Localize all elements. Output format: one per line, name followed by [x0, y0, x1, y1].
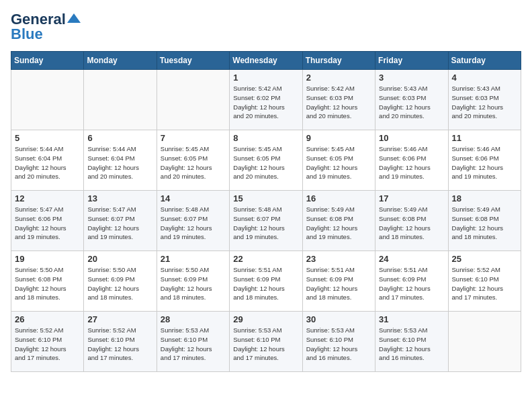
day-number: 4: [452, 73, 517, 83]
day-info: Sunrise: 5:43 AMSunset: 6:03 PMDaylight:…: [379, 84, 444, 121]
calendar-week-3: 12Sunrise: 5:47 AMSunset: 6:06 PMDayligh…: [11, 191, 521, 251]
day-info: Sunrise: 5:49 AMSunset: 6:08 PMDaylight:…: [379, 205, 444, 242]
calendar-cell: 1Sunrise: 5:42 AMSunset: 6:02 PMDaylight…: [230, 70, 302, 130]
calendar-cell: 26Sunrise: 5:52 AMSunset: 6:10 PMDayligh…: [11, 312, 84, 372]
day-info: Sunrise: 5:51 AMSunset: 6:09 PMDaylight:…: [306, 265, 371, 302]
calendar-cell: 15Sunrise: 5:48 AMSunset: 6:07 PMDayligh…: [230, 191, 302, 251]
calendar-cell: 5Sunrise: 5:44 AMSunset: 6:04 PMDaylight…: [11, 130, 84, 191]
day-number: 10: [379, 133, 444, 143]
calendar-cell: 9Sunrise: 5:45 AMSunset: 6:05 PMDaylight…: [302, 130, 375, 191]
day-info: Sunrise: 5:47 AMSunset: 6:06 PMDaylight:…: [15, 205, 80, 242]
calendar-cell: [448, 312, 521, 372]
day-number: 22: [233, 254, 298, 264]
day-info: Sunrise: 5:44 AMSunset: 6:04 PMDaylight:…: [15, 144, 80, 181]
calendar-cell: 8Sunrise: 5:45 AMSunset: 6:05 PMDaylight…: [230, 130, 302, 191]
calendar-week-1: 1Sunrise: 5:42 AMSunset: 6:02 PMDaylight…: [11, 70, 521, 130]
page-header: General Blue: [11, 11, 521, 43]
day-info: Sunrise: 5:52 AMSunset: 6:10 PMDaylight:…: [452, 265, 517, 302]
calendar-cell: 2Sunrise: 5:42 AMSunset: 6:03 PMDaylight…: [302, 70, 375, 130]
day-number: 17: [379, 193, 444, 203]
calendar-cell: [84, 70, 157, 130]
day-info: Sunrise: 5:47 AMSunset: 6:07 PMDaylight:…: [87, 205, 152, 242]
day-number: 26: [15, 314, 80, 324]
weekday-header-friday: Friday: [375, 52, 448, 70]
calendar-cell: 20Sunrise: 5:50 AMSunset: 6:09 PMDayligh…: [84, 251, 157, 312]
day-number: 19: [15, 254, 80, 264]
weekday-header-monday: Monday: [84, 52, 157, 70]
day-info: Sunrise: 5:51 AMSunset: 6:09 PMDaylight:…: [233, 265, 298, 302]
day-number: 3: [379, 73, 444, 83]
weekday-header-wednesday: Wednesday: [230, 52, 302, 70]
day-info: Sunrise: 5:46 AMSunset: 6:06 PMDaylight:…: [452, 144, 517, 181]
calendar-cell: 22Sunrise: 5:51 AMSunset: 6:09 PMDayligh…: [230, 251, 302, 312]
calendar-header-row: SundayMondayTuesdayWednesdayThursdayFrid…: [11, 52, 521, 70]
calendar-cell: 12Sunrise: 5:47 AMSunset: 6:06 PMDayligh…: [11, 191, 84, 251]
day-info: Sunrise: 5:43 AMSunset: 6:03 PMDaylight:…: [452, 84, 517, 121]
calendar-cell: 28Sunrise: 5:53 AMSunset: 6:10 PMDayligh…: [157, 312, 229, 372]
calendar-cell: 29Sunrise: 5:53 AMSunset: 6:10 PMDayligh…: [230, 312, 302, 372]
day-number: 8: [233, 133, 298, 143]
calendar-cell: 30Sunrise: 5:53 AMSunset: 6:10 PMDayligh…: [302, 312, 375, 372]
calendar-table: SundayMondayTuesdayWednesdayThursdayFrid…: [11, 51, 521, 372]
calendar-cell: [11, 70, 84, 130]
calendar-cell: 18Sunrise: 5:49 AMSunset: 6:08 PMDayligh…: [448, 191, 521, 251]
logo-blue: Blue: [11, 26, 43, 43]
day-number: 23: [306, 254, 371, 264]
calendar-cell: 17Sunrise: 5:49 AMSunset: 6:08 PMDayligh…: [375, 191, 448, 251]
day-info: Sunrise: 5:42 AMSunset: 6:02 PMDaylight:…: [233, 84, 298, 121]
day-number: 12: [15, 193, 80, 203]
day-info: Sunrise: 5:45 AMSunset: 6:05 PMDaylight:…: [306, 144, 371, 181]
calendar-week-4: 19Sunrise: 5:50 AMSunset: 6:08 PMDayligh…: [11, 251, 521, 312]
weekday-header-sunday: Sunday: [11, 52, 84, 70]
day-info: Sunrise: 5:53 AMSunset: 6:10 PMDaylight:…: [306, 326, 371, 363]
weekday-header-tuesday: Tuesday: [157, 52, 229, 70]
day-info: Sunrise: 5:53 AMSunset: 6:10 PMDaylight:…: [379, 326, 444, 363]
day-number: 30: [306, 314, 371, 324]
logo: General Blue: [11, 11, 81, 43]
day-info: Sunrise: 5:45 AMSunset: 6:05 PMDaylight:…: [161, 144, 226, 181]
calendar-cell: 14Sunrise: 5:48 AMSunset: 6:07 PMDayligh…: [157, 191, 229, 251]
calendar-cell: 23Sunrise: 5:51 AMSunset: 6:09 PMDayligh…: [302, 251, 375, 312]
day-info: Sunrise: 5:46 AMSunset: 6:06 PMDaylight:…: [379, 144, 444, 181]
calendar-cell: 3Sunrise: 5:43 AMSunset: 6:03 PMDaylight…: [375, 70, 448, 130]
day-number: 14: [161, 193, 226, 203]
calendar-body: 1Sunrise: 5:42 AMSunset: 6:02 PMDaylight…: [11, 70, 521, 372]
day-number: 5: [15, 133, 80, 143]
day-number: 24: [379, 254, 444, 264]
day-number: 2: [306, 73, 371, 83]
day-number: 16: [306, 193, 371, 203]
calendar-week-2: 5Sunrise: 5:44 AMSunset: 6:04 PMDaylight…: [11, 130, 521, 191]
calendar-cell: 6Sunrise: 5:44 AMSunset: 6:04 PMDaylight…: [84, 130, 157, 191]
day-info: Sunrise: 5:52 AMSunset: 6:10 PMDaylight:…: [87, 326, 152, 363]
day-info: Sunrise: 5:50 AMSunset: 6:09 PMDaylight:…: [87, 265, 152, 302]
day-number: 29: [233, 314, 298, 324]
day-info: Sunrise: 5:48 AMSunset: 6:07 PMDaylight:…: [233, 205, 298, 242]
day-number: 9: [306, 133, 371, 143]
day-info: Sunrise: 5:42 AMSunset: 6:03 PMDaylight:…: [306, 84, 371, 121]
day-info: Sunrise: 5:45 AMSunset: 6:05 PMDaylight:…: [233, 144, 298, 181]
calendar-cell: 13Sunrise: 5:47 AMSunset: 6:07 PMDayligh…: [84, 191, 157, 251]
day-number: 21: [161, 254, 226, 264]
day-number: 31: [379, 314, 444, 324]
calendar-week-5: 26Sunrise: 5:52 AMSunset: 6:10 PMDayligh…: [11, 312, 521, 372]
svg-marker-0: [67, 13, 81, 23]
calendar-cell: 16Sunrise: 5:49 AMSunset: 6:08 PMDayligh…: [302, 191, 375, 251]
day-info: Sunrise: 5:48 AMSunset: 6:07 PMDaylight:…: [161, 205, 226, 242]
day-number: 28: [161, 314, 226, 324]
calendar-cell: 24Sunrise: 5:51 AMSunset: 6:09 PMDayligh…: [375, 251, 448, 312]
day-number: 25: [452, 254, 517, 264]
day-info: Sunrise: 5:49 AMSunset: 6:08 PMDaylight:…: [306, 205, 371, 242]
calendar-cell: [157, 70, 229, 130]
day-number: 1: [233, 73, 298, 83]
calendar-cell: 19Sunrise: 5:50 AMSunset: 6:08 PMDayligh…: [11, 251, 84, 312]
day-info: Sunrise: 5:50 AMSunset: 6:08 PMDaylight:…: [15, 265, 80, 302]
day-number: 27: [87, 314, 152, 324]
weekday-header-thursday: Thursday: [302, 52, 375, 70]
calendar-cell: 25Sunrise: 5:52 AMSunset: 6:10 PMDayligh…: [448, 251, 521, 312]
day-info: Sunrise: 5:51 AMSunset: 6:09 PMDaylight:…: [379, 265, 444, 302]
day-number: 20: [87, 254, 152, 264]
day-info: Sunrise: 5:52 AMSunset: 6:10 PMDaylight:…: [15, 326, 80, 363]
logo-icon: [67, 13, 81, 23]
calendar-cell: 4Sunrise: 5:43 AMSunset: 6:03 PMDaylight…: [448, 70, 521, 130]
day-info: Sunrise: 5:53 AMSunset: 6:10 PMDaylight:…: [233, 326, 298, 363]
